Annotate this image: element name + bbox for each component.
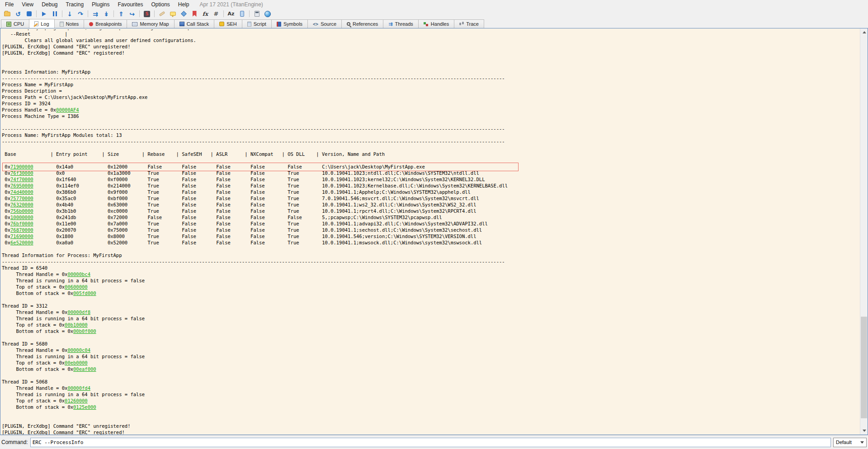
- tab-label: Breakpoints: [95, 21, 122, 27]
- functions-button[interactable]: fx: [200, 9, 210, 19]
- step-over-button[interactable]: ↷: [75, 9, 85, 19]
- font-size-button[interactable]: Az: [226, 9, 236, 19]
- script-icon: [247, 22, 251, 27]
- address-link[interactable]: 756b0000: [10, 208, 33, 214]
- log-line: Process Description =: [2, 88, 859, 94]
- animate-over-button[interactable]: ↡: [101, 9, 111, 19]
- address-link[interactable]: 00eaf000: [73, 366, 96, 372]
- address-link[interactable]: 74f70000: [10, 177, 33, 182]
- pause-button[interactable]: [50, 9, 60, 19]
- app-settings-button[interactable]: [237, 9, 247, 19]
- address-link[interactable]: 74d40000: [10, 189, 33, 195]
- log-line: Bottom of stack = 0x00b0f000: [2, 328, 859, 334]
- address-link[interactable]: 005fd000: [73, 290, 96, 296]
- cpu-icon: [6, 22, 11, 27]
- log-panel[interactable]: Displays plugin options, usage examples …: [0, 28, 868, 435]
- address-link[interactable]: 71900000: [10, 164, 33, 169]
- tab-symbols[interactable]: Symbols: [271, 19, 308, 28]
- seh-chain-button[interactable]: S: [142, 9, 152, 19]
- address-link[interactable]: 00eb0000: [65, 360, 88, 365]
- module-row: 0x76bf0000 0x11e00 0x7a000 True False Fa…: [2, 220, 859, 227]
- patches-button[interactable]: [157, 9, 167, 19]
- step-out-button[interactable]: ⇑: [116, 9, 126, 19]
- address-link[interactable]: 0125e000: [73, 404, 96, 410]
- address-link[interactable]: 00600000: [65, 284, 88, 290]
- module-row: 0x75770000 0x35ac0 0xbf000 True False Fa…: [2, 195, 859, 201]
- scroll-up-icon[interactable]: [860, 28, 868, 36]
- address-link[interactable]: 00000c04: [67, 347, 90, 353]
- address-link[interactable]: 10000000: [10, 215, 33, 220]
- globe-icon: [264, 11, 271, 17]
- tab-label: Symbols: [283, 21, 302, 27]
- address-link[interactable]: 00000df8: [67, 309, 90, 315]
- calculator-button[interactable]: [252, 9, 262, 19]
- tab-label: Script: [254, 21, 266, 27]
- address-link[interactable]: 01260000: [65, 398, 88, 403]
- tab-memory-map[interactable]: Memory Map: [127, 19, 174, 28]
- run-to-user-code-button[interactable]: ↪: [127, 9, 137, 19]
- tab-call-stack[interactable]: Call Stack: [174, 19, 215, 28]
- step-into-icon: ↓: [67, 11, 72, 17]
- address-link[interactable]: 00000fd4: [67, 385, 90, 391]
- tab-seh[interactable]: SEH: [214, 19, 242, 28]
- globe-button[interactable]: [263, 9, 273, 19]
- menu-view[interactable]: View: [18, 0, 38, 9]
- command-input[interactable]: [30, 438, 831, 447]
- address-link[interactable]: 76320000: [10, 202, 33, 207]
- tab-notes[interactable]: Notes: [54, 19, 85, 28]
- tab-log[interactable]: Log: [29, 19, 54, 28]
- open-file-button[interactable]: [2, 9, 12, 19]
- tab-references[interactable]: References: [341, 19, 383, 28]
- tab-threads[interactable]: ⇉Threads: [383, 19, 419, 28]
- menu-help[interactable]: Help: [174, 0, 193, 9]
- address-link[interactable]: 00000AF4: [56, 107, 79, 112]
- log-line: Top of stack = 0x00600000: [2, 284, 859, 290]
- profile-dropdown[interactable]: Default: [833, 438, 867, 447]
- run-button[interactable]: [39, 9, 49, 19]
- address-link[interactable]: 75770000: [10, 196, 33, 201]
- menu-plugins[interactable]: Plugins: [88, 0, 113, 9]
- address-link[interactable]: 6e520000: [10, 240, 33, 245]
- menu-file[interactable]: File: [1, 0, 18, 9]
- log-line: Top of stack = 0x00eb0000: [2, 360, 859, 366]
- module-row: 0x10000000 0x241db 0x72000 False False F…: [2, 214, 859, 220]
- address-link[interactable]: 71690000: [10, 234, 33, 239]
- vertical-scrollbar[interactable]: [860, 28, 868, 435]
- animate-into-button[interactable]: ⇉: [90, 9, 100, 19]
- menu-favourites[interactable]: Favourites: [113, 0, 147, 9]
- step-into-button[interactable]: ↓: [65, 9, 75, 19]
- string-references-button[interactable]: #: [211, 9, 221, 19]
- tab-breakpoints[interactable]: Breakpoints: [84, 19, 127, 28]
- address-link[interactable]: 00b0f000: [73, 328, 96, 334]
- log-line: [2, 296, 859, 303]
- tab-trace[interactable]: Trace: [454, 19, 484, 28]
- menu-debug[interactable]: Debug: [38, 0, 61, 9]
- tab-source[interactable]: <>Source: [307, 19, 342, 28]
- log-line: Top of stack = 0x00b10000: [2, 322, 859, 328]
- address-link[interactable]: 76950000: [10, 183, 33, 188]
- comments-button[interactable]: [168, 9, 178, 19]
- labels-button[interactable]: [179, 9, 189, 19]
- menu-tracing[interactable]: Tracing: [62, 0, 88, 9]
- address-link[interactable]: 00b10000: [65, 322, 88, 327]
- module-row: 0x74d40000 0x386b0 0x9f000 True False Fa…: [2, 189, 859, 195]
- address-link[interactable]: 76bf0000: [10, 221, 33, 226]
- address-link[interactable]: 00000bc4: [67, 271, 90, 277]
- stop-icon: [27, 11, 32, 16]
- log-line: Thread Handle = 0x00000df8: [2, 309, 859, 315]
- tab-script[interactable]: Script: [242, 19, 272, 28]
- notes-icon: [60, 22, 64, 27]
- tab-handles[interactable]: Handles: [418, 19, 454, 28]
- scrollbar-thumb[interactable]: [861, 317, 867, 418]
- stop-button[interactable]: [24, 9, 34, 19]
- scroll-down-icon[interactable]: [860, 427, 868, 435]
- address-link[interactable]: 76870000: [10, 227, 33, 233]
- toolbar-separator: [249, 10, 250, 17]
- tab-cpu[interactable]: CPU: [1, 19, 29, 28]
- log-line: Thread ID = 5068: [2, 379, 859, 385]
- restart-button[interactable]: ↺: [13, 9, 23, 19]
- tab-label: References: [353, 21, 378, 27]
- bookmarks-button[interactable]: [189, 9, 199, 19]
- menu-options[interactable]: Options: [147, 0, 174, 9]
- command-label: Command:: [1, 439, 28, 445]
